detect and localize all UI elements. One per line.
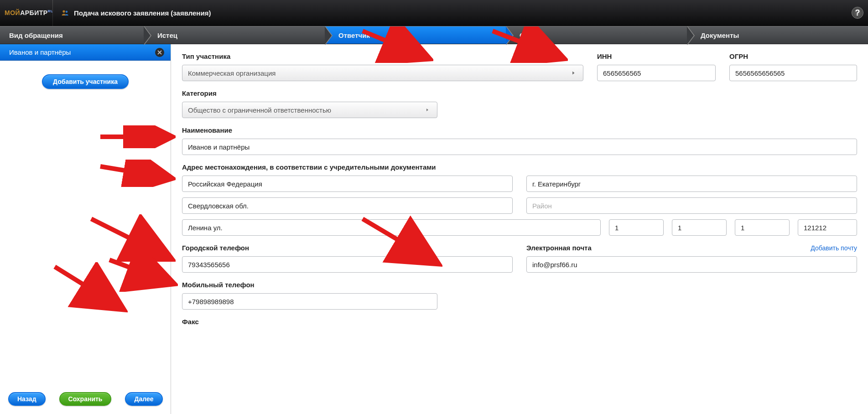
step-plaintiff[interactable]: Истец [144,26,325,44]
remove-participant-button[interactable] [155,48,164,57]
email-label: Электронная почта [526,244,592,252]
ogrn-label: ОГРН [729,52,857,60]
building-input[interactable] [672,219,727,236]
fax-label: Факс [182,318,857,326]
inn-input[interactable] [597,65,716,81]
step-label: Суд [520,31,532,39]
ogrn-input[interactable] [729,65,857,81]
help-button[interactable]: ? [852,7,863,19]
mobile-input[interactable] [182,293,437,310]
sidebar-footer: Назад Сохранить Далее [0,387,171,414]
name-label: Наименование [182,126,857,134]
step-label: Вид обращения [9,31,63,39]
zip-input[interactable] [798,219,857,236]
add-participant-button[interactable]: Добавить участника [42,74,129,89]
step-documents[interactable]: Документы [687,26,868,44]
house-input[interactable] [609,219,664,236]
sidebar-participant[interactable]: Иванов и партнёры [0,44,171,61]
brand-pre: МОЙ [5,9,20,16]
svg-point-0 [62,10,65,12]
district-input[interactable] [526,197,857,214]
users-icon [61,9,69,17]
wizard-steps: Вид обращения Истец Ответчик Суд Докумен… [0,26,868,44]
header-separator [52,0,53,26]
add-email-link[interactable]: Добавить почту [811,244,857,252]
sidebar: Иванов и партнёры Добавить участника Наз… [0,44,171,414]
city-phone-input[interactable] [182,256,513,273]
brand-logo[interactable]: МОЙАРБИТРRU [5,9,52,16]
country-input[interactable] [182,176,513,192]
city-phone-label: Городской телефон [182,244,513,252]
step-label: Истец [157,31,177,39]
email-input[interactable] [526,256,857,273]
step-label: Документы [701,31,739,39]
address-label: Адрес местонахождения, в соответствии с … [182,163,857,171]
apartment-input[interactable] [735,219,790,236]
step-label: Ответчик [338,31,370,39]
brand-main: АРБИТР [20,9,47,16]
type-label: Тип участника [182,52,583,60]
category-label: Категория [182,89,437,97]
participant-type-select[interactable]: Коммерческая организация [182,65,583,81]
region-input[interactable] [182,197,513,214]
step-appeal-type[interactable]: Вид обращения [0,26,144,44]
chevron-down-icon [423,106,431,114]
street-input[interactable] [182,219,601,236]
mobile-label: Мобильный телефон [182,281,437,289]
close-icon [157,50,162,55]
participant-name: Иванов и партнёры [9,48,71,56]
next-button[interactable]: Далее [125,392,162,406]
name-input[interactable] [182,139,857,155]
category-select[interactable]: Общество с ограниченной ответственностью [182,102,437,118]
back-button[interactable]: Назад [8,392,46,406]
save-button[interactable]: Сохранить [59,392,112,406]
top-header: МОЙАРБИТРRU Подача искового заявления (з… [0,0,868,26]
step-court[interactable]: Суд [506,26,687,44]
page-title: Подача искового заявления (заявления) [74,9,211,17]
svg-point-1 [66,11,68,13]
inn-label: ИНН [597,52,716,60]
category-value: Общество с ограниченной ответственностью [188,106,331,114]
city-input[interactable] [526,176,857,192]
participant-type-value: Коммерческая организация [188,69,275,77]
chevron-down-icon [569,69,577,77]
main-area: Иванов и партнёры Добавить участника Наз… [0,44,868,414]
step-defendant[interactable]: Ответчик [325,26,506,44]
defendant-form: Тип участника Коммерческая организация И… [171,44,868,414]
